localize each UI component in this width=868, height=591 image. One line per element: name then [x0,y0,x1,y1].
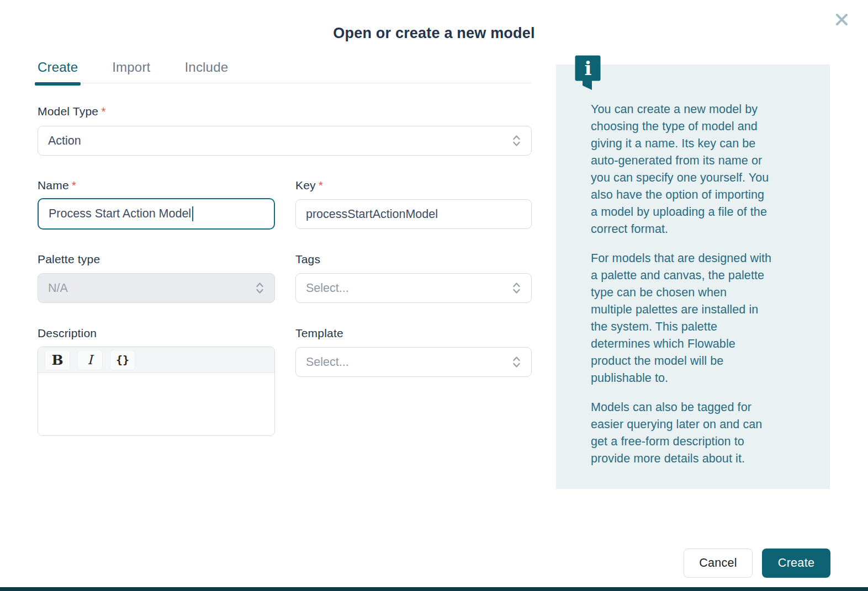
chevron-updown-icon [255,281,264,295]
palette-type-label: Palette type [38,253,100,266]
code-button[interactable]: {} [110,350,135,370]
cancel-button[interactable]: Cancel [684,549,753,578]
chevron-updown-icon [512,281,521,295]
tab-bar: Create Import Include [38,60,532,83]
bottom-bar [0,587,868,591]
chevron-updown-icon [512,355,521,369]
create-button[interactable]: Create [762,549,830,578]
model-type-label: Model Type* [38,105,106,118]
template-label: Template [295,327,343,340]
model-type-value: Action [48,134,506,148]
tab-import[interactable]: Import [112,60,150,75]
required-asterisk: * [101,105,105,118]
text-caret [192,206,193,221]
tab-create[interactable]: Create [38,60,78,75]
required-asterisk: * [72,179,76,191]
key-field-value: processStartActionModel [306,207,521,221]
description-label: Description [38,327,97,340]
info-panel: You can create a new model by choosing t… [556,65,830,489]
palette-type-select: N/A [38,273,275,303]
tags-label: Tags [295,253,320,266]
info-paragraph: For models that are designed with a pale… [591,250,798,387]
key-label: Key* [295,179,323,192]
info-icon: i [575,55,601,94]
key-field[interactable]: processStartActionModel [295,199,532,229]
description-toolbar: B I {} [38,347,274,373]
tab-include[interactable]: Include [184,60,228,75]
description-textarea[interactable] [38,373,274,435]
dialog-title: Open or create a new model [0,25,868,42]
bold-button[interactable]: B [45,350,70,370]
required-asterisk: * [319,179,323,191]
name-label: Name* [38,179,76,192]
description-editor: B I {} [38,347,275,436]
tags-placeholder: Select... [306,281,506,295]
info-paragraph: Models can also be tagged for easier que… [591,399,798,467]
name-field[interactable]: Process Start Action Model [38,198,275,230]
svg-text:i: i [585,57,592,79]
info-paragraph: You can create a new model by choosing t… [591,101,798,238]
italic-button[interactable]: I [77,350,103,370]
template-select[interactable]: Select... [295,347,532,377]
chevron-updown-icon [512,134,521,147]
model-type-select[interactable]: Action [38,126,532,156]
palette-type-value: N/A [48,281,250,295]
name-field-value: Process Start Action Model [49,207,191,221]
create-model-dialog: Open or create a new model Create Import… [0,0,868,591]
template-placeholder: Select... [306,355,506,369]
tags-select[interactable]: Select... [295,273,532,303]
